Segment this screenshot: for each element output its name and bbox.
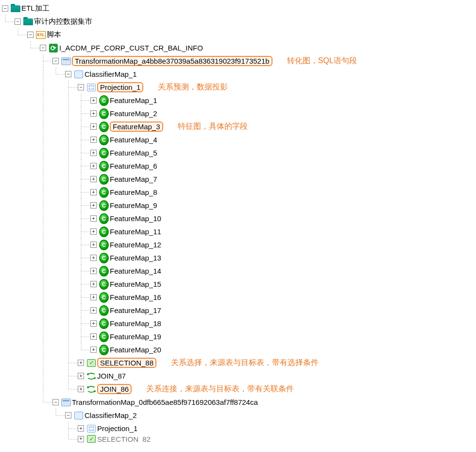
collapse-icon[interactable]: − (15, 18, 21, 25)
expand-icon[interactable]: + (90, 215, 97, 222)
expand-icon[interactable]: + (90, 189, 97, 195)
collapse-icon[interactable]: − (40, 45, 46, 51)
tree-node-feature-map[interactable]: +CFeatureMap_3特征图，具体的字段 (2, 120, 476, 133)
collapse-icon[interactable]: − (2, 5, 8, 12)
expand-icon[interactable]: + (78, 386, 84, 392)
tree-node-join[interactable]: + JOIN_87 (2, 369, 476, 382)
tree-node-feature-map[interactable]: +CFeatureMap_7 (2, 173, 476, 186)
label: FeatureMap_15 (110, 280, 161, 288)
label: FeatureMap_14 (110, 267, 161, 275)
collapse-icon[interactable]: − (65, 412, 71, 418)
tree-node-transformation-map[interactable]: − TransformationMap_0dfb665ae85f97169206… (2, 396, 476, 409)
label: JOIN_87 (97, 372, 126, 380)
feature-icon: C (99, 254, 109, 262)
annotation: 关系连接，来源表与目标表，带有关联条件 (146, 384, 294, 394)
expand-icon[interactable]: + (90, 294, 97, 300)
tree-node-feature-map[interactable]: +CFeatureMap_11 (2, 225, 476, 238)
expand-icon[interactable]: + (90, 110, 97, 117)
tree-node-classifier-map[interactable]: − ClassifierMap_1 (2, 68, 476, 81)
tree-node-scripts[interactable]: − ETL 脚本 (2, 28, 476, 41)
collapse-icon[interactable]: − (78, 84, 84, 90)
expand-icon[interactable]: + (90, 255, 97, 261)
tree-node-feature-map[interactable]: +CFeatureMap_19 (2, 330, 476, 343)
expand-icon[interactable]: + (90, 268, 97, 274)
label: FeatureMap_18 (110, 319, 161, 328)
label: FeatureMap_19 (110, 332, 161, 341)
expand-icon[interactable]: + (90, 347, 97, 353)
expand-icon[interactable]: + (90, 123, 97, 130)
tree-node-feature-map[interactable]: +CFeatureMap_2 (2, 107, 476, 120)
tree-node-feature-map[interactable]: +CFeatureMap_6 (2, 159, 476, 173)
tree-node-feature-map[interactable]: +CFeatureMap_1 (2, 94, 476, 107)
svg-point-124 (94, 377, 96, 379)
expand-icon[interactable]: + (90, 333, 97, 340)
tree-node-feature-map[interactable]: +CFeatureMap_20 (2, 343, 476, 356)
tree-node-projection[interactable]: + Projection_1 (2, 422, 476, 435)
tree-node-feature-map[interactable]: +CFeatureMap_5 (2, 146, 476, 159)
tree-node-root[interactable]: − ETL加工 (2, 2, 476, 15)
map-icon (61, 398, 71, 407)
label: 审计内控数据集市 (34, 17, 92, 26)
expand-icon[interactable]: + (90, 150, 97, 156)
feature-icon: C (99, 122, 109, 131)
tree-node-feature-map[interactable]: +CFeatureMap_17 (2, 304, 476, 317)
expand-icon[interactable]: + (78, 436, 84, 442)
tree-node-feature-map[interactable]: +CFeatureMap_18 (2, 317, 476, 330)
tree-view: − ETL加工 − 审计内控数据集市 − ETL 脚本 − ⟳ I_ACDM_P… (2, 2, 476, 443)
tree-node-datamart[interactable]: − 审计内控数据集市 (2, 15, 476, 28)
label: ClassifierMap_2 (85, 411, 137, 419)
expand-icon[interactable]: + (90, 163, 97, 169)
selection-icon (86, 359, 96, 367)
feature-icon: C (99, 214, 109, 223)
expand-icon[interactable]: + (78, 373, 84, 379)
expand-icon[interactable]: + (90, 202, 97, 209)
expand-icon[interactable]: + (90, 307, 97, 313)
label: FeatureMap_1 (110, 96, 157, 104)
tree-node-feature-map[interactable]: +CFeatureMap_16 (2, 291, 476, 304)
folder-icon (23, 17, 33, 26)
tree-node-transformation-map[interactable]: − TransformationMap_a4bb8e37039a5a836319… (2, 54, 476, 68)
tree-node-job[interactable]: − ⟳ I_ACDM_PF_CORP_CUST_CR_BAL_INFO (2, 41, 476, 54)
join-icon (86, 372, 96, 381)
selection-icon (86, 435, 96, 443)
feature-icon: C (99, 162, 109, 171)
collapse-icon[interactable]: − (52, 399, 59, 405)
expand-icon[interactable]: + (90, 137, 97, 143)
expand-icon[interactable]: + (90, 228, 97, 235)
tree-node-feature-map[interactable]: +CFeatureMap_10 (2, 212, 476, 225)
tree-node-classifier-map[interactable]: − ClassifierMap_2 (2, 409, 476, 422)
tree-node-feature-map[interactable]: +CFeatureMap_13 (2, 251, 476, 264)
feature-icon: C (99, 149, 109, 157)
expand-icon[interactable]: + (90, 320, 97, 327)
feature-icon: C (99, 332, 109, 341)
tree-node-feature-map[interactable]: +CFeatureMap_4 (2, 133, 476, 146)
expand-icon[interactable]: + (78, 360, 84, 366)
feature-icon: C (99, 227, 109, 236)
classifier-icon (74, 70, 84, 79)
expand-icon[interactable]: + (90, 176, 97, 182)
refresh-icon: ⟳ (49, 44, 58, 52)
expand-icon[interactable]: + (78, 425, 84, 432)
collapse-icon[interactable]: − (27, 32, 34, 38)
feature-icon: C (99, 96, 109, 105)
collapse-icon[interactable]: − (65, 71, 71, 77)
label: FeatureMap_3 (110, 122, 163, 132)
tree-node-selection[interactable]: + SELECTION_88 关系选择，来源表与目标表，带有选择条件 (2, 356, 476, 369)
tree-node-join[interactable]: + JOIN_86 关系连接，来源表与目标表，带有关联条件 (2, 382, 476, 396)
expand-icon[interactable]: + (90, 242, 97, 248)
svg-point-129 (94, 390, 96, 392)
tree-node-feature-map[interactable]: +CFeatureMap_14 (2, 264, 476, 278)
tree-node-feature-map[interactable]: +CFeatureMap_9 (2, 199, 476, 212)
expand-icon[interactable]: + (90, 97, 97, 104)
label: FeatureMap_13 (110, 254, 161, 262)
collapse-icon[interactable]: − (52, 58, 59, 64)
expand-icon[interactable]: + (90, 281, 97, 287)
label: ClassifierMap_1 (85, 70, 137, 78)
tree-node-feature-map[interactable]: +CFeatureMap_15 (2, 278, 476, 291)
tree-node-selection[interactable]: + SELECTION_82 (2, 435, 476, 443)
tree-node-feature-map[interactable]: +CFeatureMap_8 (2, 186, 476, 199)
folder-icon (11, 4, 20, 13)
svg-point-128 (87, 386, 89, 388)
tree-node-projection[interactable]: − Projection_1 关系预测，数据投影 (2, 81, 476, 94)
tree-node-feature-map[interactable]: +CFeatureMap_12 (2, 238, 476, 251)
